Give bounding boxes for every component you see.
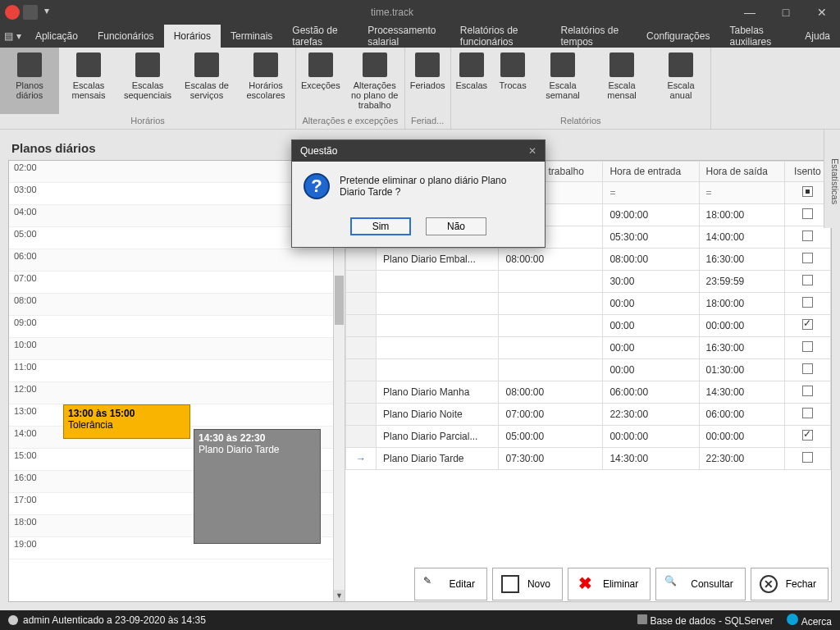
ribbon-escalas[interactable]: Escalas bbox=[451, 48, 493, 114]
col-header[interactable]: Hora de saída bbox=[699, 162, 784, 182]
col-header[interactable]: Hora de entrada bbox=[603, 162, 699, 182]
menu-relat-rios-de-funcion-rios[interactable]: Relatórios de funcionários bbox=[450, 25, 551, 48]
isento-checkbox bbox=[802, 208, 813, 219]
database-icon bbox=[637, 614, 647, 624]
scroll-down[interactable]: ▼ bbox=[334, 590, 345, 601]
ribbon-icon bbox=[308, 52, 333, 77]
file-menu-icon[interactable]: ▤ ▾ bbox=[0, 25, 25, 48]
scroll-thumb[interactable] bbox=[335, 276, 344, 325]
consult-button[interactable]: 🔍Consultar bbox=[655, 568, 745, 600]
ribbon-escalas-sequenciais[interactable]: Escalas sequenciais bbox=[118, 48, 177, 114]
ribbon-trocas[interactable]: Trocas bbox=[492, 48, 533, 114]
menu-funcion-rios[interactable]: Funcionários bbox=[88, 25, 164, 48]
menu-processamento-salarial[interactable]: Processamento salarial bbox=[358, 25, 450, 48]
status-user: admin Autenticado a 23-09-2020 às 14:35 bbox=[23, 614, 206, 626]
time-row[interactable]: 09:00 bbox=[9, 316, 333, 338]
about-link[interactable]: Acerca bbox=[787, 614, 832, 628]
statistics-tab[interactable]: Estatísticas bbox=[824, 130, 840, 228]
table-row[interactable]: Plano Diario Noite07:00:0022:30:0006:00:… bbox=[346, 404, 831, 426]
ribbon-icon bbox=[76, 52, 101, 77]
ribbon-planos-di-rios[interactable]: Planos diários bbox=[0, 48, 59, 114]
table-row[interactable]: 00:0016:30:00 bbox=[346, 337, 831, 359]
delete-button[interactable]: ✖Eliminar bbox=[568, 568, 651, 600]
time-row[interactable]: 04:00 bbox=[9, 205, 333, 227]
table-row[interactable]: 00:0018:00:00 bbox=[346, 293, 831, 315]
menu-configura-es[interactable]: Configurações bbox=[637, 25, 719, 48]
filter-cell[interactable]: = bbox=[699, 182, 784, 204]
ribbon-escala-semanal[interactable]: Escala semanal bbox=[533, 48, 592, 114]
table-row[interactable]: Plano Diario Manha08:00:0006:00:0014:30:… bbox=[346, 381, 831, 404]
isento-checkbox bbox=[802, 363, 813, 374]
timeline-block-plano-tarde[interactable]: 14:30 às 22:30 Plano Diario Tarde bbox=[194, 429, 321, 544]
time-row[interactable]: 06:00 bbox=[9, 249, 333, 272]
minimize-button[interactable]: — bbox=[732, 0, 768, 25]
time-row[interactable]: 03:00 bbox=[9, 183, 333, 205]
statusbar: admin Autenticado a 23-09-2020 às 14:35 … bbox=[0, 610, 840, 630]
ribbon-icon bbox=[363, 52, 387, 77]
isento-checkbox bbox=[802, 275, 813, 285]
table-row[interactable]: 00:0001:30:00 bbox=[346, 359, 831, 381]
edit-button[interactable]: ✎Editar bbox=[414, 568, 487, 600]
menu-terminais[interactable]: Terminais bbox=[221, 25, 282, 48]
table-row[interactable]: 30:0023:59:59 bbox=[346, 271, 831, 293]
ribbon-icon bbox=[135, 52, 160, 77]
ribbon-escalas-mensais[interactable]: Escalas mensais bbox=[59, 48, 118, 114]
titlebar: ▾ time.track — □ ✕ bbox=[0, 0, 840, 25]
menubar: ▤ ▾ AplicaçãoFuncionáriosHoráriosTermina… bbox=[0, 25, 840, 48]
timeline-block-tolerancia[interactable]: 13:00 às 15:00 Tolerância bbox=[63, 404, 190, 439]
new-icon bbox=[501, 575, 519, 593]
ribbon-icon bbox=[194, 52, 219, 77]
time-row[interactable]: 02:00 bbox=[9, 161, 333, 183]
ribbon-icon bbox=[500, 52, 525, 77]
menu-tabelas-auxiliares[interactable]: Tabelas auxiliares bbox=[719, 25, 795, 48]
ribbon-altera-es-no-plano-de-trabalho[interactable]: Alterações no plano de trabalho bbox=[345, 48, 404, 114]
menu-gest-o-de-tarefas[interactable]: Gestão de tarefas bbox=[282, 25, 358, 48]
menu-ajuda[interactable]: Ajuda bbox=[795, 25, 840, 48]
menu-aplica-o[interactable]: Aplicação bbox=[25, 25, 88, 48]
dialog-close-icon[interactable]: ✕ bbox=[528, 145, 536, 157]
status-db: Base de dados - SQLServer bbox=[637, 614, 774, 627]
time-row[interactable]: 08:00 bbox=[9, 294, 333, 316]
ribbon-icon bbox=[253, 52, 278, 77]
isento-checkbox bbox=[802, 408, 813, 418]
dialog-yes-button[interactable]: Sim bbox=[350, 217, 411, 235]
table-row[interactable]: 00:0000:00:00 bbox=[346, 315, 831, 337]
block-time-range: 14:30 às 22:30 bbox=[199, 432, 316, 444]
quickaccess-dropdown[interactable]: ▾ bbox=[41, 5, 52, 20]
table-row[interactable]: Plano Diario Parcial...05:00:0000:00:000… bbox=[346, 426, 831, 448]
time-row[interactable]: 10:00 bbox=[9, 338, 333, 360]
close-icon: ✕ bbox=[760, 575, 778, 593]
table-row[interactable]: Plano Diario Embal...08:00:0008:00:0016:… bbox=[346, 249, 831, 271]
ribbon-escala-anual[interactable]: Escala anual bbox=[651, 48, 710, 114]
table-row[interactable]: →Plano Diario Tarde07:30:0014:30:0022:30… bbox=[346, 448, 831, 470]
new-button[interactable]: Novo bbox=[492, 568, 563, 600]
time-row[interactable]: 07:00 bbox=[9, 272, 333, 294]
ribbon-escala-mensal[interactable]: Escala mensal bbox=[592, 48, 651, 114]
ribbon-feriados[interactable]: Feriados bbox=[405, 48, 450, 114]
isento-checkbox bbox=[802, 231, 813, 241]
isento-checkbox bbox=[802, 341, 813, 352]
menu-hor-rios[interactable]: Horários bbox=[164, 25, 221, 48]
menu-relat-rios-de-tempos[interactable]: Relatórios de tempos bbox=[550, 25, 637, 48]
maximize-button[interactable]: □ bbox=[768, 0, 804, 25]
app-icon bbox=[5, 5, 20, 20]
quickaccess-icon[interactable] bbox=[23, 5, 38, 20]
dialog-message: Pretende eliminar o plano diário Plano D… bbox=[340, 175, 533, 198]
window-title: time.track bbox=[52, 7, 732, 18]
ribbon-icon bbox=[550, 52, 575, 77]
close-window-button[interactable]: ✕ bbox=[804, 0, 840, 25]
time-row[interactable]: 11:00 bbox=[9, 360, 333, 382]
close-button[interactable]: ✕Fechar bbox=[751, 568, 829, 600]
ribbon-exce-es[interactable]: Exceções bbox=[296, 48, 345, 114]
block-label: Tolerância bbox=[68, 419, 185, 431]
question-icon: ? bbox=[304, 173, 330, 199]
search-table-icon: 🔍 bbox=[664, 575, 682, 593]
ribbon-escalas-de-servi-os[interactable]: Escalas de serviços bbox=[177, 48, 236, 114]
dialog-no-button[interactable]: Não bbox=[426, 217, 486, 235]
filter-cell[interactable]: = bbox=[603, 182, 699, 204]
time-row[interactable]: 12:00 bbox=[9, 382, 333, 404]
ribbon-icon bbox=[459, 52, 484, 77]
ribbon-hor-rios-escolares[interactable]: Horários escolares bbox=[236, 48, 295, 114]
time-row[interactable]: 05:00 bbox=[9, 227, 333, 249]
dialog-titlebar[interactable]: Questão ✕ bbox=[292, 140, 545, 162]
